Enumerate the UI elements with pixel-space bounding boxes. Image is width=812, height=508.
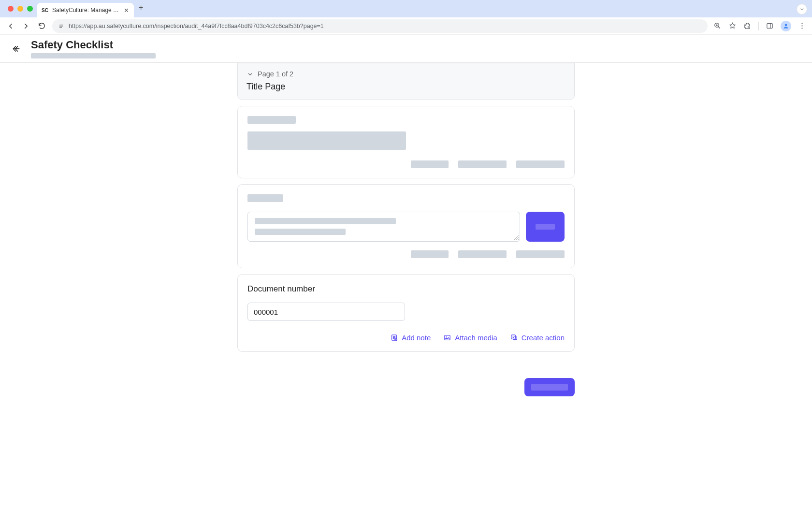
browser-tab-strip: SC SafetyCulture: Manage Teams and... ✕ … [0, 0, 812, 17]
side-panel-button[interactable] [766, 22, 774, 30]
page-title: Safety Checklist [31, 39, 156, 51]
action-skeleton [516, 250, 565, 258]
question-card-document-number: Document number Add note Attach media Cr… [237, 274, 575, 352]
action-skeleton [458, 160, 507, 168]
page-header-card: Page 1 of 2 Title Page [237, 63, 575, 100]
nav-reload-button[interactable] [37, 21, 46, 31]
action-skeleton [458, 250, 507, 258]
window-minimize-button[interactable] [17, 6, 23, 12]
action-skeleton [516, 160, 565, 168]
nav-back-button[interactable] [6, 21, 15, 31]
new-tab-button[interactable]: + [139, 3, 143, 12]
svg-rect-4 [767, 24, 772, 29]
svg-point-7 [801, 25, 802, 26]
label-skeleton [247, 116, 296, 124]
question-card-skeleton-1 [237, 106, 575, 178]
arrow-right-icon [22, 22, 30, 30]
chrome-menu-button[interactable] [798, 22, 806, 30]
tab-favicon: SC [42, 7, 48, 14]
bookmark-button[interactable] [728, 22, 737, 30]
svg-point-8 [801, 28, 802, 29]
attach-media-button[interactable]: Attach media [443, 334, 497, 342]
subtitle-skeleton [31, 53, 156, 58]
textarea-skeleton[interactable] [247, 212, 520, 242]
back-button[interactable] [10, 42, 23, 56]
svg-point-5 [785, 24, 787, 26]
nav-forward-button[interactable] [21, 21, 31, 31]
section-title: Title Page [246, 82, 566, 92]
star-icon [728, 22, 737, 30]
arrow-left-icon [12, 44, 21, 54]
page-label: Page 1 of 2 [258, 70, 293, 78]
app-header: Safety Checklist [0, 35, 812, 63]
question-label: Document number [247, 284, 565, 294]
chevron-down-icon [799, 6, 805, 12]
chevron-down-icon [246, 71, 254, 78]
arrow-left-icon [6, 22, 15, 30]
content-area: Page 1 of 2 Title Page [0, 63, 812, 508]
window-maximize-button[interactable] [27, 6, 33, 12]
profile-avatar[interactable] [781, 21, 791, 31]
tab-close-icon[interactable]: ✕ [124, 7, 129, 14]
svg-point-12 [446, 336, 447, 337]
tabs-dropdown-button[interactable] [797, 4, 807, 15]
label-skeleton [247, 194, 283, 202]
svg-rect-13 [511, 335, 516, 339]
add-note-label: Add note [402, 334, 431, 342]
attach-media-label: Attach media [455, 334, 497, 342]
action-icon [510, 334, 518, 342]
url-text: https://app.au.safetyculture.com/inspect… [69, 23, 324, 29]
svg-point-6 [801, 23, 802, 24]
input-skeleton [247, 131, 406, 150]
primary-footer-button[interactable] [524, 378, 575, 396]
extensions-button[interactable] [743, 22, 752, 30]
svg-point-2 [59, 27, 59, 27]
document-number-input[interactable] [247, 303, 405, 321]
question-card-skeleton-2 [237, 184, 575, 268]
zoom-button[interactable] [713, 22, 722, 30]
create-action-button[interactable]: Create action [510, 334, 565, 342]
reload-icon [38, 22, 46, 30]
svg-point-0 [59, 25, 59, 25]
image-icon [443, 334, 451, 342]
browser-toolbar: https://app.au.safetyculture.com/inspect… [0, 17, 812, 35]
create-action-label: Create action [522, 334, 565, 342]
zoom-icon [713, 22, 722, 30]
dots-vertical-icon [798, 22, 806, 30]
address-bar[interactable]: https://app.au.safetyculture.com/inspect… [52, 19, 708, 33]
action-skeleton [411, 160, 449, 168]
extensions-icon [743, 22, 752, 30]
page-toggle[interactable]: Page 1 of 2 [246, 70, 566, 78]
separator [758, 22, 759, 30]
window-controls [8, 6, 33, 12]
user-icon [783, 23, 789, 29]
add-note-button[interactable]: Add note [390, 334, 431, 342]
side-action-button[interactable] [526, 212, 565, 242]
tab-title: SafetyCulture: Manage Teams and... [52, 7, 120, 14]
action-skeleton [411, 250, 449, 258]
browser-tab-active[interactable]: SC SafetyCulture: Manage Teams and... ✕ [37, 3, 134, 17]
note-icon [390, 334, 398, 342]
svg-point-1 [59, 26, 59, 26]
site-settings-icon[interactable] [58, 23, 65, 29]
resize-handle-icon [514, 235, 519, 240]
panel-icon [766, 22, 774, 30]
window-close-button[interactable] [8, 6, 14, 12]
